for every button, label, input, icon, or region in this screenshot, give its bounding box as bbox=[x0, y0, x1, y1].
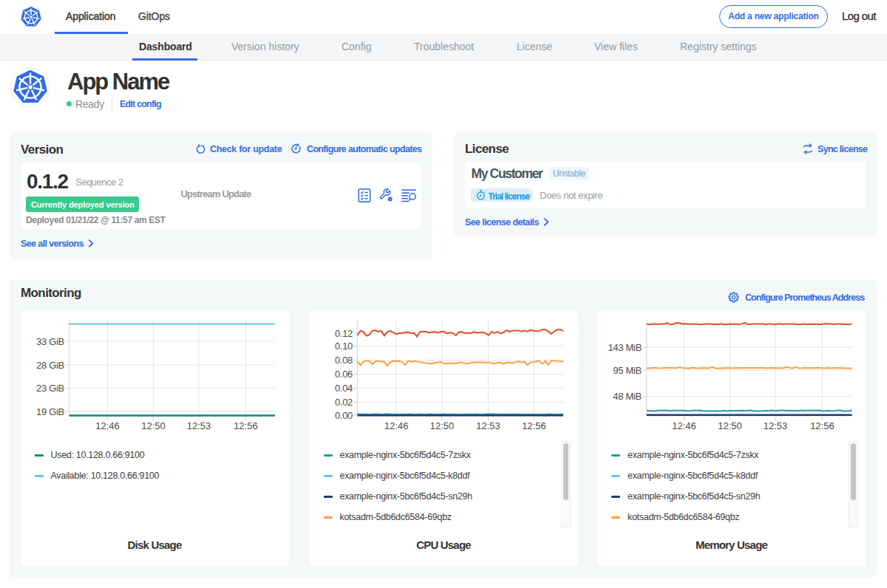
svg-text:12:56: 12:56 bbox=[522, 420, 546, 431]
svg-text:12:53: 12:53 bbox=[764, 420, 788, 431]
svg-text:0.06: 0.06 bbox=[334, 369, 352, 380]
svg-text:12:50: 12:50 bbox=[429, 420, 454, 431]
svg-text:33 GiB: 33 GiB bbox=[36, 336, 64, 347]
svg-text:12:50: 12:50 bbox=[718, 420, 742, 431]
svg-text:0.00: 0.00 bbox=[334, 410, 352, 421]
svg-text:12:46: 12:46 bbox=[384, 420, 408, 431]
svg-text:0.10: 0.10 bbox=[334, 341, 352, 352]
svg-text:12:46: 12:46 bbox=[672, 420, 696, 431]
svg-text:28 GiB: 28 GiB bbox=[36, 360, 64, 371]
svg-text:95 MiB: 95 MiB bbox=[613, 365, 642, 376]
svg-text:12:46: 12:46 bbox=[95, 420, 120, 431]
svg-text:48 MiB: 48 MiB bbox=[613, 391, 642, 402]
svg-text:12:53: 12:53 bbox=[186, 420, 211, 431]
svg-text:0.04: 0.04 bbox=[334, 383, 352, 394]
svg-text:23 GiB: 23 GiB bbox=[36, 383, 64, 394]
svg-text:0.12: 0.12 bbox=[334, 328, 352, 339]
svg-text:12:53: 12:53 bbox=[476, 420, 500, 431]
svg-text:0.02: 0.02 bbox=[334, 397, 352, 408]
svg-text:12:50: 12:50 bbox=[141, 420, 166, 431]
svg-text:143 MiB: 143 MiB bbox=[608, 342, 642, 353]
svg-text:12:56: 12:56 bbox=[234, 420, 258, 431]
svg-text:12:56: 12:56 bbox=[810, 420, 835, 431]
svg-text:0.08: 0.08 bbox=[334, 355, 352, 366]
svg-text:19 GiB: 19 GiB bbox=[36, 406, 64, 417]
